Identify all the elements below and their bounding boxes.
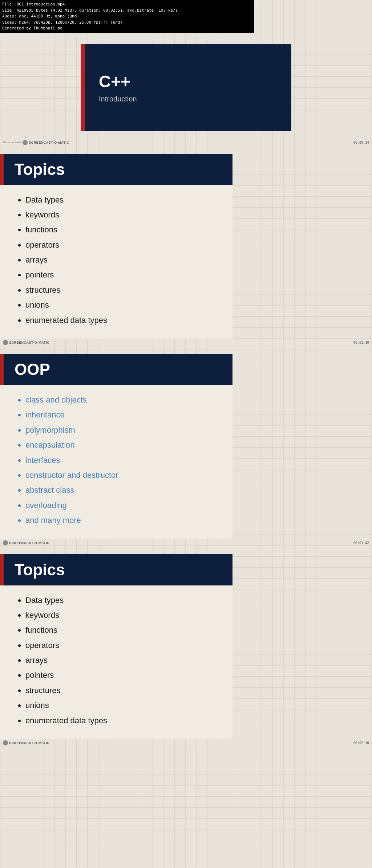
screencast-bar-2: SCREENCAST-O-MATIC 00:01:10 [0,339,372,347]
timestamp-4: 00:02:10 [353,741,369,745]
list-item: abstract class [25,483,225,497]
screencast-brand-1: SCREENCAST-O-MATIC [29,141,69,144]
topics-body-1: Data typeskeywordsfunctionsoperatorsarra… [0,185,232,339]
list-item: structures [25,683,225,698]
intro-slide: C++ Introduction [81,44,291,131]
list-item: structures [25,283,225,297]
topics-list-2: Data typeskeywordsfunctionsoperatorsarra… [15,593,225,728]
list-item: keywords [25,207,225,222]
list-item: enumerated data types [25,713,225,728]
list-item: encapsulation [25,437,225,452]
list-item: keywords [25,608,225,623]
topics-header-2: Topics [0,554,232,585]
list-item: pointers [25,668,225,683]
oop-body: class and objectsinheritancepolymorphism… [0,385,232,539]
screencast-icon-3 [3,540,8,545]
screencast-brand-4: SCREENCAST-O-MATIC [9,741,49,745]
file-info-line2: Size: 4210985 bytes (4.02 MiB), duration… [2,8,252,14]
topics-section-1: Topics Data typeskeywordsfunctionsoperat… [0,147,372,339]
list-item: constructor and destructor [25,468,225,483]
screencast-icon-1 [23,140,28,145]
screencast-brand-3: SCREENCAST-O-MATIC [9,541,49,545]
screencast-logo-1: Recorded with SCREENCAST-O-MATIC [3,140,69,145]
file-info-bar: File: 001 Introduction.mp4 Size: 4210985… [0,0,254,33]
file-info-line4: Video: h264, yuv420p, 1280x720, 25.00 fp… [2,20,252,26]
screencast-icon-4 [3,740,8,745]
list-item: unions [25,297,225,312]
list-item: enumerated data types [25,313,225,328]
list-item: class and objects [25,392,225,407]
oop-section: OOP class and objectsinheritancepolymorp… [0,347,372,539]
list-item: interfaces [25,453,225,468]
topics-header-1: Topics [0,154,232,185]
screencast-logo-3: SCREENCAST-O-MATIC [3,540,49,545]
file-info-line5: Generated by Thumbnail me [2,25,252,32]
screencast-bar-4: SCREENCAST-O-MATIC 00:02:10 [0,739,372,747]
oop-header: OOP [0,354,232,385]
file-info-line3: Audio: aac, 44100 Hz, mono (und) [2,13,252,20]
list-item: arrays [25,252,225,267]
screencast-bar-1: Recorded with SCREENCAST-O-MATIC 00:00:3… [0,139,372,147]
screencast-brand-2: SCREENCAST-O-MATIC [9,341,49,344]
list-item: overloading [25,498,225,513]
topics-body-2: Data typeskeywordsfunctionsoperatorsarra… [0,585,232,739]
topics-section-2: Topics Data typeskeywordsfunctionsoperat… [0,547,372,739]
intro-slide-wrapper: C++ Introduction [0,33,372,139]
list-item: unions [25,698,225,713]
list-item: inheritance [25,407,225,422]
timestamp-2: 00:01:10 [353,341,369,344]
timestamp-3: 00:01:42 [353,541,369,545]
list-item: operators [25,237,225,252]
screencast-logo-4: SCREENCAST-O-MATIC [3,740,49,745]
file-info-line1: File: 001 Introduction.mp4 [2,1,252,8]
screencast-bar-3: SCREENCAST-O-MATIC 00:01:42 [0,539,372,547]
cpp-title: C++ [99,72,273,91]
list-item: functions [25,623,225,637]
list-item: operators [25,638,225,653]
cpp-subtitle: Introduction [99,95,273,103]
list-item: and many more [25,513,225,528]
list-item: Data types [25,192,225,207]
list-item: arrays [25,653,225,668]
list-item: Data types [25,593,225,608]
topics-list-1: Data typeskeywordsfunctionsoperatorsarra… [15,192,225,328]
screencast-logo-2: SCREENCAST-O-MATIC [3,340,49,345]
list-item: polymorphism [25,423,225,437]
timestamp-1: 00:00:34 [353,141,369,144]
list-item: functions [25,222,225,237]
screencast-icon-2 [3,340,8,345]
oop-list: class and objectsinheritancepolymorphism… [15,392,225,528]
list-item: pointers [25,267,225,282]
